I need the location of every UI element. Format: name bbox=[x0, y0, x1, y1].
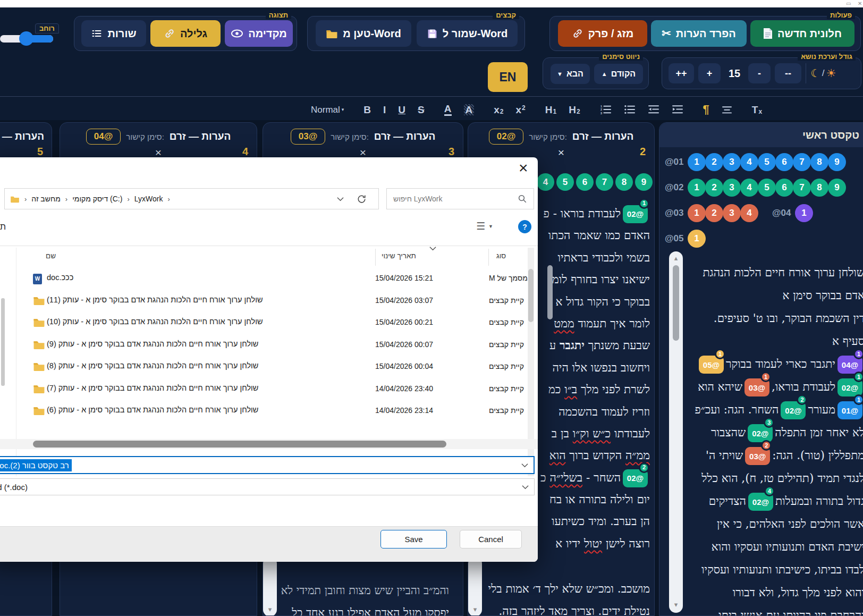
inline-marker-badge[interactable]: @051 bbox=[699, 356, 724, 374]
new-pane-button[interactable]: חלונית חדשה bbox=[750, 20, 854, 47]
preview-button[interactable]: מקדימה bbox=[225, 20, 293, 47]
marker-occurrence[interactable]: 6 bbox=[775, 153, 793, 171]
marker-occurrence[interactable]: 4 bbox=[740, 204, 758, 222]
width-slider-knob[interactable] bbox=[19, 31, 33, 46]
inline-marker-badge[interactable]: @022 bbox=[623, 469, 648, 487]
bullet-list-button[interactable] bbox=[624, 105, 636, 114]
scroll-down-icon[interactable]: ▾ bbox=[468, 605, 482, 613]
search-input[interactable]: חיפוש LyxWork bbox=[386, 188, 534, 209]
marker-occurrence[interactable]: 3 bbox=[723, 179, 741, 197]
marker-occurrence[interactable]: 8 bbox=[810, 153, 828, 171]
clear-format-button[interactable]: Tx bbox=[752, 105, 762, 115]
heading-2-button[interactable]: H2 bbox=[569, 105, 580, 115]
marker-occurrence[interactable]: 2 bbox=[705, 179, 723, 197]
marker-occurrence[interactable]: 1 bbox=[795, 204, 813, 222]
marker-occurrence[interactable]: 5 bbox=[556, 173, 574, 191]
marker-occurrence[interactable]: 9 bbox=[828, 179, 846, 197]
marker-occurrence[interactable]: 6 bbox=[775, 179, 793, 197]
file-row[interactable]: שולחן ערוך אורח חיים הלכות הנהגת אדם בבו… bbox=[0, 400, 525, 423]
column-divider[interactable] bbox=[375, 249, 376, 266]
underline-button[interactable]: U bbox=[398, 105, 405, 115]
file-row[interactable]: Wכככ.doc15/04/2026 15:21מסמך של M bbox=[0, 268, 525, 290]
marker-occurrence[interactable]: 2 bbox=[705, 153, 723, 171]
scroll-button[interactable]: גלילה bbox=[150, 20, 221, 47]
filetype-select[interactable]: Word (*.doc) bbox=[0, 478, 535, 495]
marker-occurrence[interactable]: 3 bbox=[723, 204, 741, 222]
file-row[interactable]: שולחן ערוך אורח חיים הלכות הנהגת אדם בבו… bbox=[0, 356, 525, 378]
scrollbar-thumb[interactable] bbox=[673, 265, 679, 341]
indent-button[interactable] bbox=[672, 105, 683, 114]
scrollbar-thumb[interactable] bbox=[33, 441, 446, 448]
prev-marker-button[interactable]: ▲ הקודם bbox=[594, 64, 643, 84]
split-comments-button[interactable]: ✂ הפרד הערות bbox=[651, 20, 747, 47]
chevron-down-icon[interactable] bbox=[522, 485, 529, 490]
font-increase2-button[interactable]: ++ bbox=[669, 63, 694, 83]
breadcrumb-item[interactable]: LyxWork bbox=[134, 195, 163, 203]
file-row[interactable]: שולחן ערוך אורח חיים הלכות הנהגת אדם בבו… bbox=[0, 378, 525, 401]
marker-occurrence[interactable]: 4 bbox=[740, 179, 758, 197]
pilcrow-button[interactable]: ¶ bbox=[703, 104, 709, 115]
help-button[interactable]: ? bbox=[518, 220, 531, 233]
marker-occurrence[interactable]: 3 bbox=[723, 153, 741, 171]
text-color-button[interactable]: A bbox=[444, 104, 452, 116]
next-marker-button[interactable]: ▼ הבא bbox=[551, 64, 590, 84]
marker-occurrence[interactable]: 6 bbox=[576, 173, 594, 191]
outdent-button[interactable] bbox=[648, 105, 659, 114]
strikethrough-button[interactable]: S bbox=[418, 105, 425, 115]
marker-occurrence[interactable]: 8 bbox=[810, 179, 828, 197]
save-button[interactable]: Save bbox=[380, 530, 447, 549]
column-header-type[interactable]: סוג bbox=[496, 252, 506, 260]
inline-marker-badge[interactable]: @023 bbox=[748, 424, 773, 442]
inline-marker-badge[interactable]: @032 bbox=[745, 447, 770, 465]
file-row[interactable]: שולחן ערוך אורח חיים הלכות הנהגת אדם בבו… bbox=[0, 312, 525, 334]
ordered-list-button[interactable]: 123 bbox=[600, 105, 612, 114]
scrollbar-thumb[interactable] bbox=[547, 265, 553, 319]
refresh-icon[interactable] bbox=[357, 194, 367, 204]
style-selector-button[interactable]: Normal▾ bbox=[311, 105, 344, 114]
marker-occurrence[interactable]: 1 bbox=[688, 230, 706, 248]
close-icon[interactable]: ✕ bbox=[858, 1, 862, 7]
font-decrease2-button[interactable]: -- bbox=[775, 63, 801, 83]
theme-toggle[interactable]: ☾ / ☀ bbox=[810, 67, 836, 80]
breadcrumb[interactable]: ›מחשב זה›דיסק מקומי (C:)›LyxWork› bbox=[4, 188, 379, 209]
inline-marker-badge[interactable]: @021 bbox=[623, 205, 648, 223]
marker-occurrence[interactable]: 1 bbox=[688, 153, 706, 171]
marker-occurrence[interactable]: 1 bbox=[688, 179, 706, 197]
maximize-icon[interactable]: ▭ bbox=[846, 1, 851, 7]
marker-occurrence[interactable]: 8 bbox=[615, 173, 633, 191]
align-button[interactable] bbox=[722, 105, 732, 114]
marker-occurrence[interactable]: 1 bbox=[688, 204, 706, 222]
panel-close-button[interactable]: × bbox=[558, 146, 564, 159]
heading-1-button[interactable]: H1 bbox=[545, 105, 556, 115]
inline-marker-badge[interactable]: @024 bbox=[748, 493, 773, 511]
marker-occurrence[interactable]: 9 bbox=[635, 173, 653, 191]
inline-marker-badge[interactable]: @022 bbox=[781, 401, 806, 419]
marker-occurrence[interactable]: 9 bbox=[828, 153, 846, 171]
column-header-date[interactable]: תאריך שינוי bbox=[382, 252, 416, 260]
merge-split-button[interactable]: מזג / פרק bbox=[558, 20, 647, 47]
width-slider[interactable] bbox=[0, 35, 53, 43]
scrollbar-thumb[interactable] bbox=[528, 269, 534, 322]
marker-occurrence[interactable]: 5 bbox=[758, 153, 776, 171]
breadcrumb-dropdown-icon[interactable] bbox=[337, 197, 344, 201]
marker-occurrence[interactable]: 7 bbox=[793, 153, 811, 171]
scroll-down-icon[interactable]: ▾ bbox=[263, 605, 277, 613]
scrollbar[interactable]: ▾ bbox=[468, 556, 482, 616]
marker-occurrence[interactable]: 4 bbox=[537, 173, 554, 191]
file-row[interactable]: שולחן ערוך אורח חיים הלכות הנהגת אדם בבו… bbox=[0, 334, 525, 357]
view-toggle-button[interactable]: ☰ ▼ bbox=[476, 220, 493, 232]
file-row[interactable]: שולחן ערוך אורח חיים הלכות הנהגת אדם בבו… bbox=[0, 290, 525, 313]
marker-occurrence[interactable]: 7 bbox=[596, 173, 613, 191]
horizontal-scrollbar[interactable] bbox=[0, 439, 538, 449]
marker-occurrence[interactable]: 2 bbox=[705, 204, 723, 222]
font-decrease-button[interactable]: - bbox=[748, 63, 771, 83]
highlight-color-button[interactable]: A bbox=[464, 104, 475, 115]
marker-occurrence[interactable]: 7 bbox=[793, 179, 811, 197]
column-divider[interactable] bbox=[488, 249, 489, 266]
font-increase-button[interactable]: + bbox=[698, 63, 721, 83]
save-word-button[interactable]: שמור ל-Word bbox=[417, 20, 518, 47]
scroll-down-icon[interactable]: ▾ bbox=[669, 601, 683, 609]
italic-button[interactable]: I bbox=[383, 105, 386, 115]
rows-button[interactable]: שורות bbox=[81, 20, 146, 47]
scroll-up-icon[interactable]: ▴ bbox=[669, 254, 683, 262]
